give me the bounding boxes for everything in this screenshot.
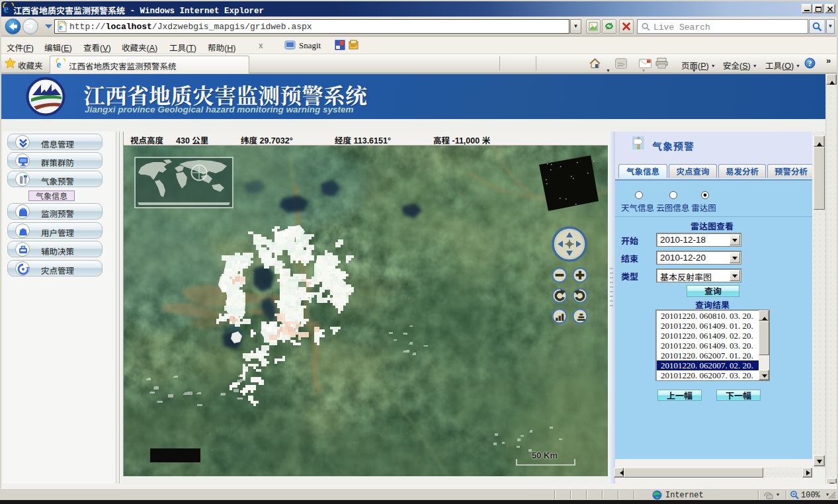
svg-text:?: ? xyxy=(808,59,812,68)
